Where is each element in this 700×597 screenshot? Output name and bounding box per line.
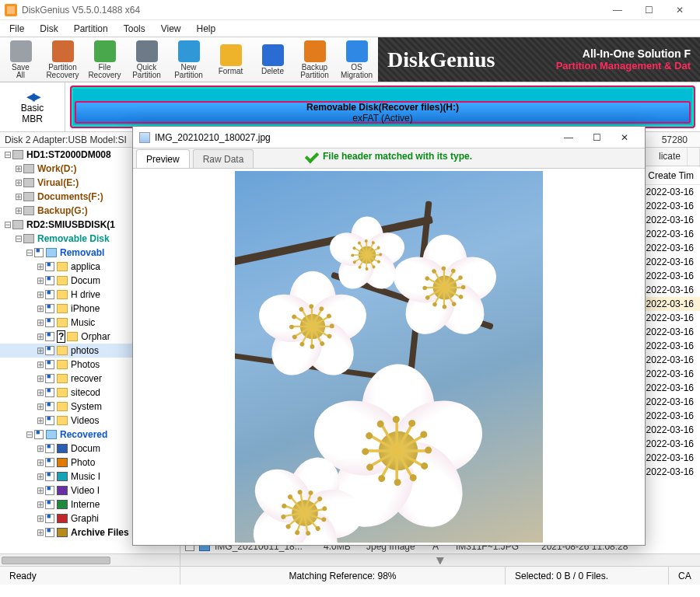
tool-backup-partition[interactable]: BackupPartition bbox=[294, 37, 336, 82]
disk-adapter-label: Disk 2 Adapter:USB Model:SI bbox=[5, 134, 127, 145]
status-ready: Ready bbox=[0, 567, 180, 585]
brand-slogan: All-In-One Solution F Partition Manageme… bbox=[556, 47, 691, 72]
window-title: DiskGenius V5.5.0.1488 x64 bbox=[22, 5, 140, 16]
menu-disk[interactable]: Disk bbox=[32, 22, 65, 36]
preview-tabs: Preview Raw Data File header matched wit… bbox=[133, 148, 645, 169]
preview-window: IMG_20210210_180027.jpg — ☐ ✕ Preview Ra… bbox=[132, 126, 646, 546]
check-icon bbox=[305, 149, 319, 163]
tool-icon bbox=[10, 40, 32, 62]
tool-format[interactable]: Format bbox=[210, 37, 252, 82]
disk-nav: ◀▶ Basic MBR bbox=[0, 82, 65, 131]
menu-help[interactable]: Help bbox=[189, 22, 224, 36]
status-selected: Selected: 0 B / 0 Files. bbox=[506, 567, 669, 585]
preview-close-button[interactable]: ✕ bbox=[611, 128, 639, 147]
app-icon bbox=[5, 4, 17, 16]
tool-icon bbox=[94, 40, 116, 62]
title-bar: DiskGenius V5.5.0.1488 x64 — ☐ ✕ bbox=[0, 0, 700, 20]
toolbar: SaveAllPartitionRecoveryFileRecoveryQuic… bbox=[0, 37, 700, 82]
tool-icon bbox=[52, 40, 74, 62]
svg-rect-0 bbox=[7, 6, 15, 14]
tool-icon bbox=[304, 40, 326, 62]
col-duplicate[interactable]: licate bbox=[653, 148, 688, 166]
tool-partition-recovery[interactable]: PartitionRecovery bbox=[42, 37, 84, 82]
menu-tools[interactable]: Tools bbox=[116, 22, 153, 36]
tool-icon bbox=[220, 44, 242, 66]
menu-partition[interactable]: Partition bbox=[66, 22, 116, 36]
status-match: Matching Reference: 98% bbox=[180, 567, 506, 585]
disk-info-right: 57280 bbox=[662, 134, 695, 145]
status-cap: CA bbox=[669, 567, 700, 585]
tool-icon bbox=[346, 40, 368, 62]
tool-new-partition[interactable]: NewPartition bbox=[168, 37, 210, 82]
tab-preview[interactable]: Preview bbox=[136, 149, 190, 168]
menu-bar: File Disk Partition Tools View Help bbox=[0, 20, 700, 37]
tab-raw-data[interactable]: Raw Data bbox=[193, 149, 254, 168]
menu-file[interactable]: File bbox=[2, 22, 32, 36]
preview-title-bar[interactable]: IMG_20210210_180027.jpg — ☐ ✕ bbox=[133, 127, 645, 148]
tool-quick-partition[interactable]: QuickPartition bbox=[126, 37, 168, 82]
minimize-button[interactable]: — bbox=[602, 1, 633, 19]
preview-image bbox=[235, 171, 543, 543]
disk-map-row: ◀▶ Basic MBR Removable Disk(Recover file… bbox=[0, 82, 700, 132]
col-spacer bbox=[688, 148, 700, 166]
tool-delete[interactable]: Delete bbox=[252, 37, 294, 82]
col-create-time[interactable]: Create Tim bbox=[648, 170, 694, 181]
preview-maximize-button[interactable]: ☐ bbox=[583, 128, 611, 147]
grid-hscrollbar[interactable]: ⯆ bbox=[180, 553, 700, 566]
tool-save-all[interactable]: SaveAll bbox=[0, 37, 42, 82]
preview-minimize-button[interactable]: — bbox=[555, 128, 583, 147]
tool-icon bbox=[136, 40, 158, 62]
tool-icon bbox=[178, 40, 200, 62]
disk-type-label: Basic MBR bbox=[21, 103, 44, 124]
status-bar: Ready Matching Reference: 98% Selected: … bbox=[0, 566, 700, 585]
partition-title: Removable Disk(Recover files)(H:) bbox=[306, 102, 459, 113]
brand-banner: DiskGenius All-In-One Solution F Partiti… bbox=[378, 37, 700, 82]
partition-map[interactable]: Removable Disk(Recover files)(H:) exFAT … bbox=[65, 82, 700, 131]
partition-fs: exFAT (Active) bbox=[352, 113, 413, 124]
image-icon bbox=[139, 132, 150, 143]
tool-icon bbox=[262, 44, 284, 66]
maximize-button[interactable]: ☐ bbox=[633, 1, 664, 19]
close-button[interactable]: ✕ bbox=[664, 1, 695, 19]
tool-os-migration[interactable]: OSMigration bbox=[336, 37, 378, 82]
nav-arrows-icon[interactable]: ◀▶ bbox=[26, 90, 39, 103]
brand-logo: DiskGenius bbox=[387, 47, 495, 72]
preview-body bbox=[133, 169, 645, 545]
tree-hscrollbar[interactable] bbox=[0, 553, 180, 566]
menu-view[interactable]: View bbox=[153, 22, 189, 36]
preview-filename: IMG_20210210_180027.jpg bbox=[155, 132, 271, 143]
tool-file-recovery[interactable]: FileRecovery bbox=[84, 37, 126, 82]
